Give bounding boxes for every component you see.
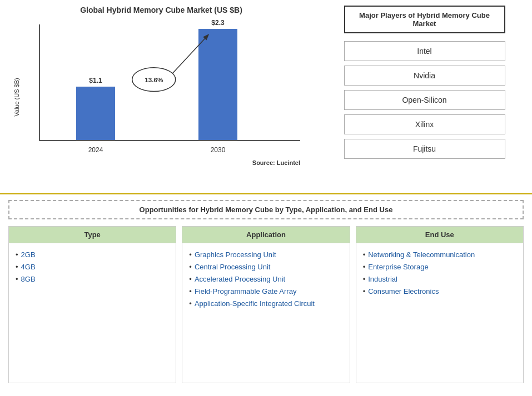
bullet-icon: •: [363, 273, 366, 285]
col-enduse: End Use • Networking & Telecommunication…: [356, 226, 524, 383]
bar-2024-rect: [76, 87, 115, 140]
list-item: • Consumer Electronics: [363, 285, 516, 298]
bullet-icon: •: [16, 249, 18, 261]
col-enduse-body: • Networking & Telecommunication • Enter…: [356, 243, 523, 303]
enduse-item-2: Enterprise Storage: [368, 261, 428, 273]
source-label: Source: Lucintel: [252, 159, 300, 166]
list-item: • Enterprise Storage: [363, 261, 516, 273]
bar-2030: $2.3 2030: [196, 19, 240, 140]
bullet-icon: •: [189, 249, 192, 261]
bar-2030-label: $2.3: [211, 19, 224, 27]
app-item-3: Accelerated Processing Unit: [195, 273, 285, 285]
player-xilinx: Xilinx: [344, 114, 505, 134]
bullet-icon: •: [363, 261, 366, 273]
list-item: • 4GB: [16, 261, 169, 273]
list-item: • Graphics Processing Unit: [189, 249, 342, 261]
list-item: • Central Processing Unit: [189, 261, 342, 273]
bullet-icon: •: [16, 261, 18, 273]
list-item: • Accelerated Processing Unit: [189, 273, 342, 285]
enduse-item-3: Industrial: [368, 273, 397, 285]
col-type: Type • 2GB • 4GB • 8GB: [8, 226, 176, 383]
opportunities-section: Opportunities for Hybrid Memory Cube by …: [0, 194, 532, 396]
type-item-2: 4GB: [21, 261, 36, 273]
player-nvidia: Nvidia: [344, 66, 505, 86]
list-item: • Industrial: [363, 273, 516, 285]
type-item-1: 2GB: [21, 249, 36, 261]
app-item-1: Graphics Processing Unit: [195, 249, 276, 261]
players-title: Major Players of Hybrid Memory Cube Mark…: [344, 6, 505, 33]
bullet-icon: •: [363, 249, 366, 261]
svg-text:13.6%: 13.6%: [145, 76, 163, 83]
bullet-icon: •: [189, 298, 192, 310]
svg-point-0: [132, 68, 176, 92]
bar-2024-label: $1.1: [89, 77, 102, 84]
list-item: • Networking & Telecommunication: [363, 249, 516, 261]
type-item-3: 8GB: [21, 273, 36, 285]
bar-2030-rect: [198, 29, 237, 140]
players-area: Major Players of Hybrid Memory Cube Mark…: [317, 0, 532, 193]
player-fujitsu: Fujitsu: [344, 139, 505, 159]
player-intel: Intel: [344, 41, 505, 61]
col-application-header: Application: [182, 227, 349, 243]
bullet-icon: •: [189, 261, 192, 273]
bar-2024: $1.1 2024: [73, 77, 118, 140]
opp-columns: Type • 2GB • 4GB • 8GB Application: [8, 226, 524, 383]
col-application-body: • Graphics Processing Unit • Central Pro…: [182, 243, 349, 315]
bullet-icon: •: [189, 285, 192, 298]
enduse-item-4: Consumer Electronics: [368, 285, 439, 298]
app-item-5: Application-Specific Integrated Circuit: [195, 298, 315, 310]
list-item: • Field-Programmable Gate Array: [189, 285, 342, 298]
bar-2030-year: 2030: [196, 146, 240, 154]
chart-area: Global Hybrid Memory Cube Market (US $B)…: [0, 0, 317, 193]
bullet-icon: •: [16, 273, 18, 285]
list-item: • 8GB: [16, 273, 169, 285]
chart-container: Value (US $B) $1.1 2024 $2.3 2030: [17, 19, 306, 169]
bullet-icon: •: [189, 273, 192, 285]
chart-inner: $1.1 2024 $2.3 2030 13.6%: [39, 24, 300, 141]
col-application: Application • Graphics Processing Unit •…: [182, 226, 350, 383]
bar-2024-year: 2024: [73, 146, 118, 154]
enduse-item-1: Networking & Telecommunication: [368, 249, 475, 261]
bullet-icon: •: [363, 285, 366, 298]
opp-title: Opportunities for Hybrid Memory Cube by …: [8, 200, 524, 219]
col-type-header: Type: [9, 227, 176, 243]
app-item-4: Field-Programmable Gate Array: [195, 285, 297, 298]
chart-title: Global Hybrid Memory Cube Market (US $B): [17, 6, 306, 14]
y-axis-label: Value (US $B): [13, 78, 20, 117]
bars-area: $1.1 2024 $2.3 2030 13.6%: [39, 24, 300, 141]
col-enduse-header: End Use: [356, 227, 523, 243]
list-item: • 2GB: [16, 249, 169, 261]
list-item: • Application-Specific Integrated Circui…: [189, 298, 342, 310]
app-item-2: Central Processing Unit: [195, 261, 271, 273]
player-opensilicon: Open-Silicon: [344, 90, 505, 110]
col-type-body: • 2GB • 4GB • 8GB: [9, 243, 176, 291]
